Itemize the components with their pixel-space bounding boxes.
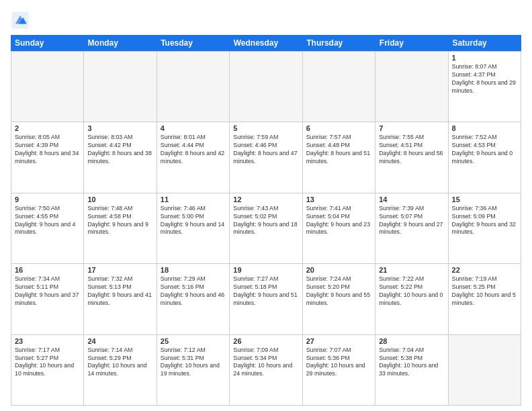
- day-number: 12: [233, 195, 298, 203]
- day-number: 20: [306, 266, 371, 274]
- calendar-body: 1Sunrise: 8:07 AM Sunset: 4:37 PM Daylig…: [11, 51, 521, 406]
- calendar: SundayMondayTuesdayWednesdayThursdayFrid…: [11, 35, 521, 406]
- day-info: Sunrise: 8:01 AM Sunset: 4:44 PM Dayligh…: [161, 134, 226, 166]
- day-info: Sunrise: 7:19 AM Sunset: 5:25 PM Dayligh…: [452, 275, 517, 308]
- day-info: Sunrise: 8:03 AM Sunset: 4:42 PM Dayligh…: [87, 134, 152, 166]
- day-number: 16: [15, 266, 80, 274]
- day-info: Sunrise: 7:43 AM Sunset: 5:02 PM Dayligh…: [233, 205, 298, 237]
- day-info: Sunrise: 7:04 AM Sunset: 5:38 PM Dayligh…: [379, 347, 444, 379]
- day-number: 1: [452, 54, 517, 62]
- day-number: 10: [87, 195, 152, 203]
- day-number: 4: [161, 124, 226, 132]
- day-info: Sunrise: 7:39 AM Sunset: 5:07 PM Dayligh…: [379, 205, 444, 237]
- day-info: Sunrise: 7:22 AM Sunset: 5:22 PM Dayligh…: [379, 275, 444, 308]
- calendar-row-3: 16Sunrise: 7:34 AM Sunset: 5:11 PM Dayli…: [11, 264, 521, 334]
- day-cell-28: 28Sunrise: 7:04 AM Sunset: 5:38 PM Dayli…: [375, 335, 448, 406]
- header-day-thursday: Thursday: [302, 35, 375, 51]
- page: SundayMondayTuesdayWednesdayThursdayFrid…: [0, 0, 532, 411]
- day-info: Sunrise: 7:48 AM Sunset: 4:58 PM Dayligh…: [87, 205, 152, 237]
- day-cell-8: 8Sunrise: 7:52 AM Sunset: 4:53 PM Daylig…: [449, 122, 521, 193]
- day-info: Sunrise: 7:50 AM Sunset: 4:55 PM Dayligh…: [15, 205, 80, 237]
- day-info: Sunrise: 7:59 AM Sunset: 4:46 PM Dayligh…: [233, 134, 298, 166]
- day-cell-2: 2Sunrise: 8:05 AM Sunset: 4:39 PM Daylig…: [11, 122, 84, 193]
- day-number: 25: [161, 337, 226, 345]
- day-info: Sunrise: 8:05 AM Sunset: 4:39 PM Dayligh…: [15, 134, 80, 166]
- day-number: 26: [233, 337, 298, 345]
- day-number: 21: [379, 266, 444, 274]
- day-number: 15: [452, 195, 517, 203]
- day-cell-empty: [157, 52, 230, 122]
- day-number: 6: [306, 124, 371, 132]
- day-cell-1: 1Sunrise: 8:07 AM Sunset: 4:37 PM Daylig…: [449, 52, 521, 122]
- day-info: Sunrise: 7:07 AM Sunset: 5:36 PM Dayligh…: [306, 347, 371, 379]
- calendar-row-0: 1Sunrise: 8:07 AM Sunset: 4:37 PM Daylig…: [11, 52, 521, 122]
- day-cell-9: 9Sunrise: 7:50 AM Sunset: 4:55 PM Daylig…: [11, 193, 84, 264]
- header-day-wednesday: Wednesday: [230, 35, 303, 51]
- day-cell-15: 15Sunrise: 7:36 AM Sunset: 5:09 PM Dayli…: [449, 193, 521, 264]
- header-day-friday: Friday: [375, 35, 449, 51]
- calendar-row-2: 9Sunrise: 7:50 AM Sunset: 4:55 PM Daylig…: [11, 193, 521, 264]
- day-cell-empty: [84, 52, 157, 122]
- header: [11, 11, 521, 30]
- day-info: Sunrise: 7:27 AM Sunset: 5:18 PM Dayligh…: [233, 275, 298, 308]
- day-number: 28: [379, 337, 444, 345]
- day-cell-7: 7Sunrise: 7:55 AM Sunset: 4:51 PM Daylig…: [375, 122, 448, 193]
- day-info: Sunrise: 7:34 AM Sunset: 5:11 PM Dayligh…: [15, 275, 80, 308]
- calendar-header: SundayMondayTuesdayWednesdayThursdayFrid…: [11, 35, 521, 51]
- day-number: 22: [452, 266, 517, 274]
- day-info: Sunrise: 7:46 AM Sunset: 5:00 PM Dayligh…: [161, 205, 226, 237]
- day-number: 24: [87, 337, 152, 345]
- day-cell-11: 11Sunrise: 7:46 AM Sunset: 5:00 PM Dayli…: [157, 193, 230, 264]
- day-cell-10: 10Sunrise: 7:48 AM Sunset: 4:58 PM Dayli…: [84, 193, 157, 264]
- day-cell-16: 16Sunrise: 7:34 AM Sunset: 5:11 PM Dayli…: [11, 264, 84, 334]
- calendar-row-4: 23Sunrise: 7:17 AM Sunset: 5:27 PM Dayli…: [11, 335, 521, 406]
- day-number: 27: [306, 337, 371, 345]
- day-number: 18: [161, 266, 226, 274]
- day-cell-23: 23Sunrise: 7:17 AM Sunset: 5:27 PM Dayli…: [11, 335, 84, 406]
- day-number: 9: [15, 195, 80, 203]
- header-day-tuesday: Tuesday: [157, 35, 230, 51]
- day-cell-17: 17Sunrise: 7:32 AM Sunset: 5:13 PM Dayli…: [84, 264, 157, 334]
- day-number: 17: [87, 266, 152, 274]
- day-cell-20: 20Sunrise: 7:24 AM Sunset: 5:20 PM Dayli…: [303, 264, 375, 334]
- day-cell-18: 18Sunrise: 7:29 AM Sunset: 5:16 PM Dayli…: [157, 264, 230, 334]
- day-info: Sunrise: 8:07 AM Sunset: 4:37 PM Dayligh…: [452, 63, 517, 95]
- day-cell-14: 14Sunrise: 7:39 AM Sunset: 5:07 PM Dayli…: [375, 193, 448, 264]
- day-cell-6: 6Sunrise: 7:57 AM Sunset: 4:48 PM Daylig…: [303, 122, 375, 193]
- day-number: 23: [15, 337, 80, 345]
- day-number: 13: [306, 195, 371, 203]
- day-info: Sunrise: 7:52 AM Sunset: 4:53 PM Dayligh…: [452, 134, 517, 166]
- day-cell-empty: [11, 52, 84, 122]
- logo: [11, 11, 32, 30]
- day-info: Sunrise: 7:17 AM Sunset: 5:27 PM Dayligh…: [15, 347, 80, 379]
- day-cell-19: 19Sunrise: 7:27 AM Sunset: 5:18 PM Dayli…: [230, 264, 302, 334]
- day-cell-27: 27Sunrise: 7:07 AM Sunset: 5:36 PM Dayli…: [303, 335, 375, 406]
- day-number: 8: [452, 124, 517, 132]
- day-info: Sunrise: 7:14 AM Sunset: 5:29 PM Dayligh…: [87, 347, 152, 379]
- day-cell-25: 25Sunrise: 7:12 AM Sunset: 5:31 PM Dayli…: [157, 335, 230, 406]
- day-info: Sunrise: 7:32 AM Sunset: 5:13 PM Dayligh…: [87, 275, 152, 308]
- day-cell-21: 21Sunrise: 7:22 AM Sunset: 5:22 PM Dayli…: [375, 264, 448, 334]
- header-day-saturday: Saturday: [448, 35, 521, 51]
- day-info: Sunrise: 7:36 AM Sunset: 5:09 PM Dayligh…: [452, 205, 517, 237]
- day-cell-12: 12Sunrise: 7:43 AM Sunset: 5:02 PM Dayli…: [230, 193, 302, 264]
- day-info: Sunrise: 7:24 AM Sunset: 5:20 PM Dayligh…: [306, 275, 371, 308]
- day-number: 11: [161, 195, 226, 203]
- day-cell-13: 13Sunrise: 7:41 AM Sunset: 5:04 PM Dayli…: [303, 193, 375, 264]
- day-info: Sunrise: 7:55 AM Sunset: 4:51 PM Dayligh…: [379, 134, 444, 166]
- day-number: 5: [233, 124, 298, 132]
- day-info: Sunrise: 7:41 AM Sunset: 5:04 PM Dayligh…: [306, 205, 371, 237]
- day-number: 19: [233, 266, 298, 274]
- day-number: 2: [15, 124, 80, 132]
- day-number: 7: [379, 124, 444, 132]
- day-number: 14: [379, 195, 444, 203]
- logo-icon: [11, 11, 30, 30]
- day-info: Sunrise: 7:57 AM Sunset: 4:48 PM Dayligh…: [306, 134, 371, 166]
- day-info: Sunrise: 7:29 AM Sunset: 5:16 PM Dayligh…: [161, 275, 226, 308]
- day-cell-5: 5Sunrise: 7:59 AM Sunset: 4:46 PM Daylig…: [230, 122, 302, 193]
- day-cell-26: 26Sunrise: 7:09 AM Sunset: 5:34 PM Dayli…: [230, 335, 302, 406]
- day-cell-4: 4Sunrise: 8:01 AM Sunset: 4:44 PM Daylig…: [157, 122, 230, 193]
- day-cell-empty: [375, 52, 448, 122]
- day-number: 3: [87, 124, 152, 132]
- day-cell-empty: [449, 335, 521, 406]
